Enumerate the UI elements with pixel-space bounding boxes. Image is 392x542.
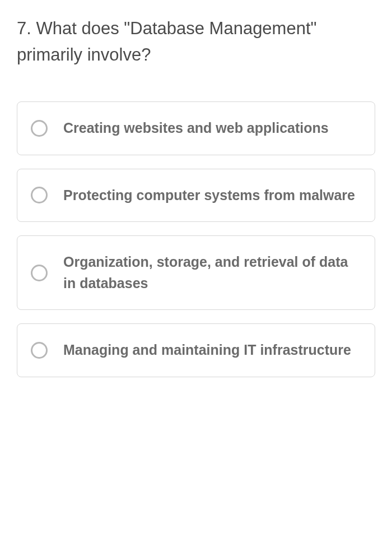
option-3[interactable]: Organization, storage, and retrieval of … — [17, 235, 375, 310]
radio-icon — [31, 265, 48, 281]
option-label: Organization, storage, and retrieval of … — [63, 252, 361, 294]
option-1[interactable]: Creating websites and web applications — [17, 101, 375, 155]
option-label: Managing and maintaining IT infrastructu… — [63, 340, 351, 361]
option-label: Protecting computer systems from malware — [63, 185, 355, 206]
radio-icon — [31, 342, 48, 359]
option-2[interactable]: Protecting computer systems from malware — [17, 169, 375, 223]
option-4[interactable]: Managing and maintaining IT infrastructu… — [17, 323, 375, 377]
radio-icon — [31, 120, 48, 137]
radio-icon — [31, 187, 48, 203]
question-text: 7. What does "Database Management" prima… — [17, 16, 375, 68]
options-container: Creating websites and web applications P… — [17, 101, 375, 377]
option-label: Creating websites and web applications — [63, 118, 329, 139]
